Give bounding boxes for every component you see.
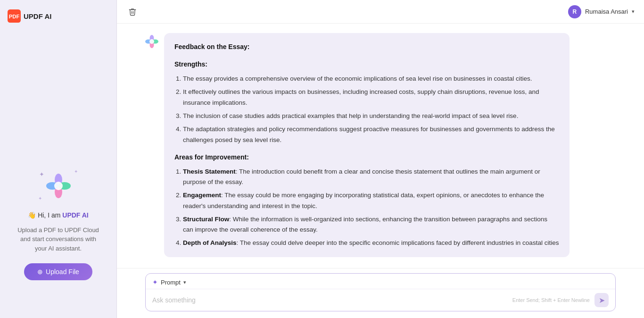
message-container: Feedback on the Essay: Strengths: The es… — [145, 33, 616, 257]
list-item: Depth of Analysis: The essay could delve… — [183, 238, 559, 248]
improvements-title: Areas for Improvement: — [174, 152, 559, 163]
improvements-list: Thesis Statement: The introduction could… — [174, 167, 559, 249]
sidebar-logo: PDF UPDF AI — [8, 9, 51, 23]
svg-text:PDF: PDF — [9, 14, 20, 19]
input-wrapper: ✦ Prompt ▾ Enter Send; Shift + Enter New… — [145, 273, 616, 311]
chevron-down-icon: ▾ — [632, 8, 635, 15]
input-hint: Enter Send; Shift + Enter Newline — [512, 297, 590, 303]
list-item: Thesis Statement: The introduction could… — [183, 167, 559, 188]
main-header: R Rumaisa Ansari ▾ — [117, 0, 644, 24]
prompt-sparkle-icon: ✦ — [152, 278, 158, 286]
sparkle-icon-bl: ✦ — [38, 196, 42, 201]
list-item: The essay provides a comprehensive overv… — [183, 74, 559, 84]
greeting-text: 👋 Hi, I am UPDF AI — [28, 211, 89, 219]
list-item: Structural Flow: While the information i… — [183, 214, 559, 235]
svg-point-6 — [54, 182, 63, 190]
user-name: Rumaisa Ansari — [585, 8, 628, 15]
description-text: Upload a PDF to UPDF Cloud and start con… — [16, 226, 101, 253]
improvement-label-2: Structural Flow — [183, 216, 229, 223]
ask-input[interactable] — [152, 296, 512, 304]
list-item: The adaptation strategies and policy rec… — [183, 124, 559, 145]
sidebar-content: ✦ ✦ ✦ 👋 Hi, I am UPDF AI Upload a PDF to… — [16, 167, 101, 281]
feedback-title: Feedback on the Essay: — [174, 42, 559, 52]
send-button[interactable]: ➤ — [594, 293, 609, 307]
ai-flower-icon — [46, 174, 71, 198]
trash-icon — [128, 8, 137, 16]
improvement-label-1: Engagement — [183, 192, 221, 199]
user-menu[interactable]: R Rumaisa Ansari ▾ — [568, 5, 635, 18]
send-icon: ➤ — [599, 296, 605, 305]
input-area: ✦ Prompt ▾ Enter Send; Shift + Enter New… — [117, 268, 644, 318]
sparkle-icon-tr: ✦ — [74, 169, 78, 174]
app-name: UPDF AI — [24, 12, 51, 20]
ai-icon-area: ✦ ✦ ✦ — [37, 167, 80, 205]
svg-point-11 — [149, 39, 154, 44]
chat-area: Feedback on the Essay: Strengths: The es… — [117, 24, 644, 268]
prompt-chevron-icon[interactable]: ▾ — [183, 279, 186, 285]
delete-button[interactable] — [126, 6, 139, 18]
sidebar: PDF UPDF AI ✦ ✦ ✦ 👋 Hi, I am UPDF AI Upl… — [0, 0, 117, 318]
list-item: Engagement: The essay could be more enga… — [183, 190, 559, 211]
input-bottom-bar: Enter Send; Shift + Enter Newline ➤ — [146, 289, 615, 311]
strengths-title: Strengths: — [174, 59, 559, 70]
sparkle-icon-tl: ✦ — [39, 171, 44, 178]
plus-icon: ⊕ — [37, 268, 43, 276]
main-panel: R Rumaisa Ansari ▾ Feedback on the Essay… — [117, 0, 644, 318]
list-item: The inclusion of case studies adds pract… — [183, 111, 559, 121]
message-ai-icon — [145, 35, 158, 48]
input-top-bar: ✦ Prompt ▾ — [146, 274, 615, 289]
message-bubble: Feedback on the Essay: Strengths: The es… — [164, 33, 570, 257]
upload-file-button[interactable]: ⊕ Upload File — [24, 263, 92, 280]
improvement-label-3: Depth of Analysis — [183, 239, 237, 246]
updf-logo-icon: PDF — [8, 9, 21, 23]
prompt-label: Prompt — [161, 279, 181, 286]
strengths-list: The essay provides a comprehensive overv… — [174, 74, 559, 145]
improvement-label-0: Thesis Statement — [183, 168, 236, 175]
avatar: R — [568, 5, 581, 18]
list-item: It effectively outlines the various impa… — [183, 87, 559, 108]
